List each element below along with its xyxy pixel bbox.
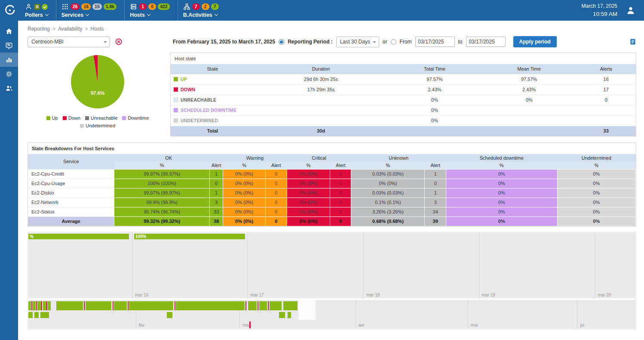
legend-downtime-label: Downtime [128, 115, 149, 121]
timeline-range-selector[interactable]: fevmaravrmaijui [28, 300, 635, 328]
legend-down-swatch [63, 116, 67, 120]
hosts-down-badge[interactable]: 1 [139, 3, 147, 10]
scheduled-downtime-swatch [174, 108, 178, 112]
or-label: or [383, 39, 387, 45]
apply-period-button[interactable]: Apply period [513, 36, 557, 47]
filter-toolbar: Centreon-MBI From February 15, 2025 to M… [28, 36, 636, 47]
table-row-service: Ec2-Status 96.74% (96.74%) 33 0% (0%) 0 … [28, 207, 636, 216]
current-time: 10:59 AM [582, 10, 617, 19]
period-select[interactable]: Last 30 Days [336, 37, 379, 47]
host-state-table: State Duration Total Time Mean Time Aler… [171, 64, 636, 136]
user-menu-button[interactable] [624, 4, 637, 17]
host-state-title: Host state [171, 53, 636, 64]
table-row-service: Ec2-Diskio 99.97% (99.97%) 1 0% (0%) 0 0… [28, 188, 636, 198]
pie-value-label: 97.6% [91, 90, 105, 96]
breadcrumb-hosts[interactable]: Hosts [91, 26, 104, 32]
bactivities-warning-badge[interactable]: 2 [202, 3, 209, 10]
services-pending-badge[interactable]: 15 [92, 3, 102, 10]
table-row-service: Ec2-Cpu-Usage 100% (100%) 0 0% (0%) 0 0%… [28, 179, 636, 188]
col-undetermined: Undetermined [557, 154, 635, 162]
sidebar-item-administration[interactable] [0, 81, 18, 95]
service-name[interactable]: Ec2-Network [28, 198, 114, 207]
poller-database-badge[interactable] [34, 4, 40, 10]
nav-hosts[interactable]: 1 0 422 Hosts [124, 0, 178, 21]
host-select[interactable]: Centreon-MBI [28, 37, 110, 47]
bactivities-ok-badge[interactable]: 7 [211, 3, 219, 10]
average-label: Average [28, 216, 114, 226]
breadcrumb-reporting[interactable]: Reporting [28, 26, 50, 32]
breadcrumb-availability[interactable]: Availability [58, 26, 82, 32]
gear-icon [5, 70, 13, 78]
nav-services[interactable]: 26 16 15 1.8k Services [56, 0, 125, 21]
period-select-value: Last 30 Days [340, 39, 370, 45]
services-ok-badge[interactable]: 1.8k [104, 3, 117, 10]
table-row-undetermined: UNDETERMINED 0% [171, 115, 636, 126]
chevron-down-icon [45, 12, 48, 16]
users-icon [5, 84, 13, 92]
timeline-current-marker [249, 321, 251, 328]
nav-services-label: Services [61, 12, 83, 18]
service-name[interactable]: Ec2-Cpu-Usage [28, 179, 114, 188]
host-select-value: Centreon-MBI [31, 39, 64, 45]
state-label-undetermined: UNDETERMINED [181, 118, 218, 123]
to-label: to [458, 39, 463, 45]
services-icon [61, 3, 69, 10]
nav-pollers[interactable]: Pollers [20, 0, 56, 21]
services-critical-badge[interactable]: 26 [71, 3, 80, 10]
centreon-logo[interactable] [0, 0, 20, 21]
nav-pollers-label: Pollers [25, 12, 43, 18]
sidebar-navigation [0, 21, 18, 340]
sidebar-item-reporting[interactable] [0, 53, 18, 67]
sidebar-item-home[interactable] [0, 24, 18, 38]
col-ok: OK [114, 154, 223, 162]
col-total-time: Total Time [387, 64, 482, 74]
table-row-service: Ec2-Network 99.9% (99.9%) 3 0% (0%) 0 0%… [28, 198, 636, 207]
legend-undetermined-swatch [80, 124, 84, 128]
state-breakdowns-table: Service OK Warning Critical Unknown Sche… [28, 154, 636, 226]
legend-undetermined-label: Undetermined [86, 123, 115, 128]
col-scheduled-downtime: Scheduled downtime [446, 154, 557, 162]
poller-latency-badge[interactable] [42, 4, 48, 10]
custom-range-radio[interactable] [391, 39, 396, 45]
main-content: Reporting>Availability>Hosts Centreon-MB… [18, 0, 644, 329]
breakdowns-group-header-row: Service OK Warning Critical Unknown Sche… [28, 154, 636, 162]
availability-timeline-panel: mar 16mar 17mar 18mar 19mar 20%100% fevm… [28, 232, 636, 329]
from-date-input[interactable] [415, 37, 455, 47]
legend-up-label: Up [52, 115, 58, 121]
legend-up-swatch [46, 116, 50, 120]
host-state-panel: Host state State Duration Total Time Mea… [170, 53, 636, 136]
to-date-input[interactable] [466, 37, 506, 47]
table-row-down: DOWN 17h 29m 35s 2.43% 2.43% 17 [171, 84, 636, 95]
top-nav-menus: Pollers 26 16 15 1.8k Services 1 0 42 [20, 0, 227, 21]
from-label: From [400, 39, 412, 45]
col-duration: Duration [255, 64, 387, 74]
col-service: Service [28, 154, 114, 169]
bar-chart-icon [5, 56, 13, 64]
nav-bactivities-label: B.Activities [183, 12, 212, 18]
host-state-pie-panel: 97.6% Up Down Unreachable Downtime Undet… [28, 53, 168, 136]
table-row-up: UP 29d 6h 30m 25s 97.57% 97.57% 16 [171, 74, 636, 84]
up-swatch [174, 77, 178, 81]
chevron-down-icon [147, 12, 150, 16]
legend-downtime-swatch [122, 116, 126, 120]
state-label-down: DOWN [181, 87, 195, 92]
export-report-icon[interactable] [629, 38, 636, 45]
clear-host-selection-icon[interactable] [115, 38, 122, 45]
bactivities-critical-badge[interactable]: 7 [192, 3, 200, 10]
state-label-unreachable: UNREACHABLE [181, 97, 216, 102]
hosts-unreachable-badge[interactable]: 0 [148, 3, 156, 10]
service-name[interactable]: Ec2-Cpu-Credit [28, 169, 114, 179]
service-name[interactable]: Ec2-Diskio [28, 188, 114, 198]
service-name[interactable]: Ec2-Status [28, 207, 114, 216]
breadcrumb-separator: > [52, 26, 55, 32]
services-warning-badge[interactable]: 16 [81, 3, 91, 10]
unreachable-swatch [174, 98, 178, 102]
sidebar-item-monitoring[interactable] [0, 38, 18, 53]
sidebar-item-configuration[interactable] [0, 67, 18, 81]
reporting-period-radio[interactable] [279, 39, 284, 45]
timeline-selection-window[interactable] [298, 300, 316, 320]
hosts-up-badge[interactable]: 422 [158, 3, 170, 10]
nav-bactivities[interactable]: 7 2 7 B.Activities [178, 0, 227, 21]
host-state-header-row: State Duration Total Time Mean Time Aler… [171, 64, 636, 74]
monitoring-icon [5, 42, 13, 49]
